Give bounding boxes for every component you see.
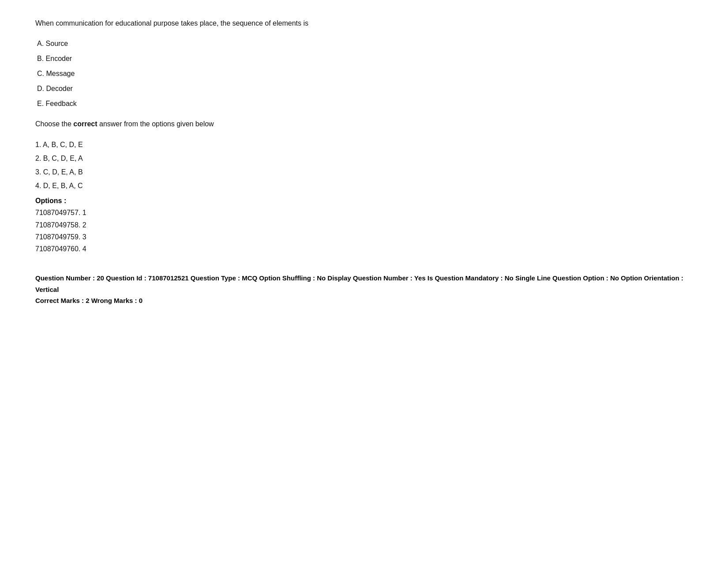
instruction-bold: correct <box>73 120 97 128</box>
answer-choice-4: 4. D, E, B, A, C <box>35 180 693 192</box>
option-id-1: 71087049757. 1 <box>35 207 693 219</box>
options-section: Options : 71087049757. 1 71087049758. 2 … <box>35 197 693 255</box>
choose-instruction: Choose the correct answer from the optio… <box>35 120 693 128</box>
metadata-line2: Correct Marks : 2 Wrong Marks : 0 <box>35 295 693 306</box>
metadata-line1: Question Number : 20 Question Id : 71087… <box>35 272 693 295</box>
option-d: D. Decoder <box>35 85 693 93</box>
options-label: Options : <box>35 197 693 205</box>
answer-choice-1: 1. A, B, C, D, E <box>35 139 693 151</box>
option-id-3: 71087049759. 3 <box>35 231 693 243</box>
option-id-4: 71087049760. 4 <box>35 243 693 255</box>
option-id-2: 71087049758. 2 <box>35 219 693 231</box>
options-list: A. Source B. Encoder C. Message D. Decod… <box>35 40 693 108</box>
answer-choices-list: 1. A, B, C, D, E 2. B, C, D, E, A 3. C, … <box>35 139 693 192</box>
instruction-prefix: Choose the <box>35 120 73 128</box>
option-a: A. Source <box>35 40 693 48</box>
instruction-suffix: answer from the options given below <box>98 120 214 128</box>
question-container: When communication for educational purpo… <box>35 18 693 306</box>
option-e: E. Feedback <box>35 100 693 108</box>
option-c: C. Message <box>35 70 693 78</box>
option-b: B. Encoder <box>35 55 693 63</box>
answer-choice-3: 3. C, D, E, A, B <box>35 166 693 178</box>
question-text: When communication for educational purpo… <box>35 18 693 29</box>
metadata-section: Question Number : 20 Question Id : 71087… <box>35 272 693 306</box>
answer-choice-2: 2. B, C, D, E, A <box>35 152 693 164</box>
